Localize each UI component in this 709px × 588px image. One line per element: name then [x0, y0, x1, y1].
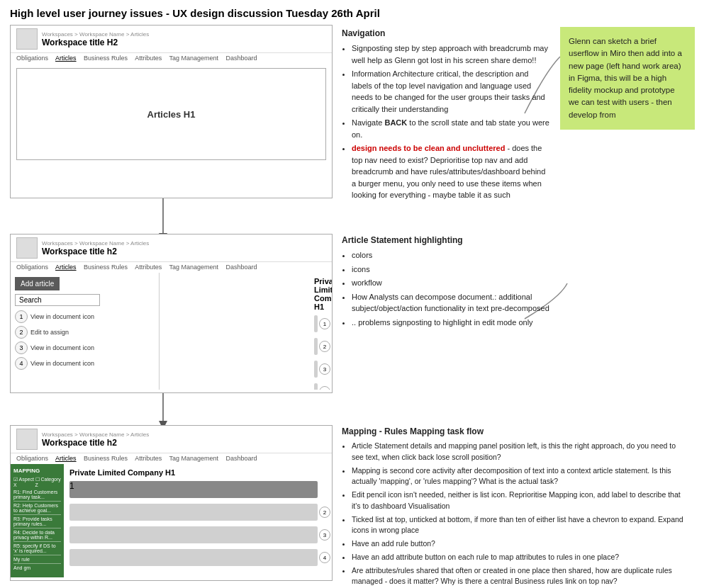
logo-placeholder-1	[16, 28, 38, 50]
logo-placeholder-2	[16, 237, 38, 259]
ann-map-item-7: Are attributes/rules shared that often o…	[352, 565, 689, 588]
ann-art-item-5: .. problems signposting to highlight in …	[352, 317, 551, 329]
ann-map-item-1: Article Statement details and mapping pa…	[352, 441, 689, 463]
ann-map-item-4: Ticked list at top, unticked at bottom, …	[352, 514, 689, 537]
bar-num-2-4: 4	[319, 386, 330, 390]
ann-map-item-2: Mapping is second core activity after de…	[352, 465, 689, 488]
mapping-panel: MAPPING ☑ Aspect X☐ Category Z R1: Find …	[11, 464, 64, 577]
list-label-4: View in document icon	[30, 360, 94, 367]
mapping-header-row: ☑ Aspect X☐ Category Z	[13, 477, 61, 487]
wireframe-1: Workspaces > Workspace Name > Articles W…	[10, 25, 333, 198]
ann-art-item-4: How Analysts can decompose document.: ad…	[352, 291, 551, 315]
nav-obligations-2[interactable]: Obligations	[16, 264, 48, 271]
content-bar-2-1: 1	[314, 315, 318, 332]
right-panel-title-3: Private Limited Company H1	[69, 468, 318, 477]
wf3-nav: Obligations Articles Business Rules Attr…	[11, 453, 332, 464]
left-panel-2: Add article Search 1 View in document ic…	[11, 273, 160, 390]
nav-obligations-1[interactable]: Obligations	[16, 55, 48, 62]
wf1-nav: Obligations Articles Business Rules Attr…	[11, 53, 332, 64]
bar-num-3-1: 1	[69, 481, 318, 491]
nav-rules-1[interactable]: Business Rules	[84, 55, 128, 62]
sticky-note-text: Glenn can sketch a brief userflow in Mir…	[569, 37, 682, 119]
breadcrumb-1: Workspaces > Workspace Name > Articles	[42, 31, 149, 38]
nav-rules-3[interactable]: Business Rules	[84, 455, 128, 462]
ann-map-item-3: Edit pencil icon isn't needed, neither i…	[352, 490, 689, 512]
list-item-2[interactable]: 2 Edit to assign	[15, 326, 155, 339]
mapping-row-5: R5: specify if DS to 'x' is required...	[13, 543, 61, 555]
annotation-article: Article Statement highlighting colors ic…	[342, 234, 551, 330]
ann-nav-item-1: Signposting step by step approach with b…	[352, 43, 551, 66]
list-num-4: 4	[15, 357, 28, 370]
nav-obligations-3[interactable]: Obligations	[16, 455, 48, 462]
list-num-3: 3	[15, 341, 28, 354]
nav-dashboard-2[interactable]: Dashboard	[226, 264, 257, 271]
content-bar-3-3: 3	[69, 526, 318, 543]
ann-art-item-1: colors	[352, 249, 551, 261]
wireframe-3: Workspaces > Workspace Name > Articles W…	[10, 425, 333, 581]
list-label-3: View in document icon	[30, 344, 94, 351]
mapping-row-7: And gm	[13, 565, 61, 570]
ann-map-list: Article Statement details and mapping pa…	[342, 441, 689, 588]
wireframe-2: Workspaces > Workspace Name > Articles W…	[10, 234, 333, 393]
bar-num-2-1: 1	[319, 318, 330, 329]
nav-articles-3[interactable]: Articles	[55, 455, 77, 462]
mapping-row-3: R3: Provide tasks primary rules...	[13, 516, 61, 528]
sticky-note: Glenn can sketch a brief userflow in Mir…	[560, 27, 695, 130]
workspace-title-2: Workspace title h2	[42, 247, 149, 256]
ann-nav-item-2: Information Architecture critical, the d…	[352, 68, 551, 115]
nav-attr-1[interactable]: Attributes	[135, 55, 162, 62]
nav-dashboard-1[interactable]: Dashboard	[226, 55, 257, 62]
nav-attr-2[interactable]: Attributes	[135, 264, 162, 271]
search-input-2[interactable]: Search	[15, 294, 100, 306]
logo-placeholder-3	[16, 429, 38, 450]
right-panel-title-2: Private Limited Company H1	[314, 277, 318, 311]
workspace-title-1: Workspace title H2	[42, 38, 149, 47]
content-bar-3-1: 1	[69, 481, 318, 498]
wf2-nav: Obligations Articles Business Rules Attr…	[11, 262, 332, 273]
nav-tagmgmt-2[interactable]: Tag Management	[169, 264, 219, 271]
right-panel-2: Private Limited Company H1 1 2 3 4	[308, 273, 332, 390]
breadcrumb-2: Workspaces > Workspace Name > Articles	[42, 240, 149, 247]
workspace-title-3: Workspace title h2	[42, 438, 149, 448]
ann-art-title: Article Statement highlighting	[342, 234, 551, 247]
ann-art-item-3: workflow	[352, 277, 551, 289]
ann-map-item-5: Have an add rule button?	[352, 538, 689, 550]
ann-art-list: colors icons workflow How Analysts can d…	[342, 249, 551, 328]
annotation-navigation: Navigation Signposting step by step appr…	[342, 27, 551, 203]
ann-nav-item-4: design needs to be clean and uncluttered…	[352, 142, 551, 201]
ann-map-title: Mapping - Rules Mapping task flow	[342, 425, 689, 438]
page-title: High level user journey issues - UX desi…	[0, 0, 709, 23]
nav-dashboard-3[interactable]: Dashboard	[226, 455, 257, 462]
mapping-title: MAPPING	[13, 468, 61, 474]
nav-attr-3[interactable]: Attributes	[135, 455, 162, 462]
bar-num-2-3: 3	[319, 363, 330, 375]
list-num-2: 2	[15, 326, 28, 339]
nav-rules-2[interactable]: Business Rules	[84, 264, 128, 271]
nav-tagmgmt-1[interactable]: Tag Management	[169, 55, 219, 62]
breadcrumb-3: Workspaces > Workspace Name > Articles	[42, 431, 149, 438]
ann-art-item-2: icons	[352, 264, 551, 276]
right-panel-3: Private Limited Company H1 1 2 3 4	[64, 464, 332, 577]
content-bar-2-4: 4	[314, 383, 318, 390]
bar-num-3-4: 4	[319, 552, 330, 563]
list-item-1[interactable]: 1 View in document icon	[15, 310, 155, 323]
mapping-row-1: R1: Find Customers primary task...	[13, 490, 61, 502]
ann-nav-title: Navigation	[342, 27, 551, 40]
list-label-1: View in document icon	[30, 313, 94, 320]
ann-map-item-6: Have an add attribute button on each rul…	[352, 552, 689, 563]
nav-articles-1[interactable]: Articles	[55, 55, 77, 62]
bar-num-3-3: 3	[319, 529, 330, 541]
articles-h1: Articles H1	[16, 68, 326, 160]
content-bar-2-2: 2	[314, 338, 318, 355]
mapping-row-4: R4: Decide to data privacy within R...	[13, 530, 61, 542]
list-item-3[interactable]: 3 View in document icon	[15, 341, 155, 354]
ann-nav-list: Signposting step by step approach with b…	[342, 43, 551, 201]
mapping-row-2: R2: Help Customers to achieve goal...	[13, 503, 61, 515]
nav-tagmgmt-3[interactable]: Tag Management	[169, 455, 219, 462]
bar-num-3-2: 2	[319, 507, 330, 518]
list-label-2: Edit to assign	[30, 329, 69, 336]
list-item-4[interactable]: 4 View in document icon	[15, 357, 155, 370]
bar-num-2-2: 2	[319, 341, 330, 352]
add-article-button[interactable]: Add article	[15, 277, 60, 290]
nav-articles-2[interactable]: Articles	[55, 264, 77, 271]
